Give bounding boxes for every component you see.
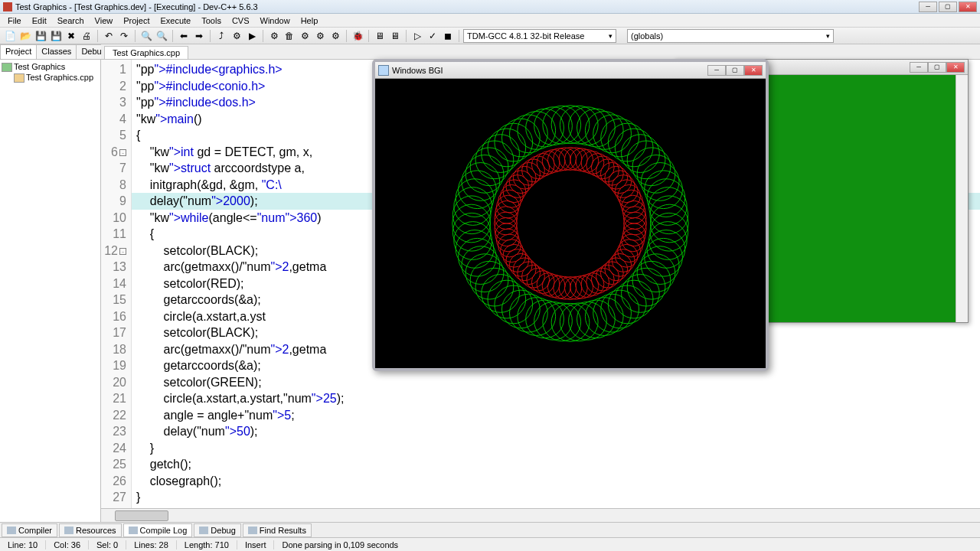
menu-help[interactable]: Help [296, 15, 323, 27]
status-mode: Insert [237, 540, 275, 549]
close-file-icon[interactable]: ✖ [64, 29, 78, 43]
bin-icon[interactable]: 🗑 [283, 29, 296, 43]
console-close-icon[interactable]: ✕ [946, 62, 965, 73]
bookmark-prev-icon[interactable]: ⬅ [177, 29, 191, 43]
stop-icon[interactable]: ◼ [441, 29, 455, 43]
svg-point-21 [526, 300, 564, 338]
menu-execute[interactable]: Execute [155, 15, 195, 27]
svg-point-46 [488, 129, 526, 167]
svg-point-51 [526, 109, 564, 147]
btab-compile-log[interactable]: Compile Log [123, 523, 193, 537]
menu-file[interactable]: File [3, 15, 26, 27]
svg-point-10 [615, 280, 653, 318]
bookmark-next-icon[interactable]: ➡ [192, 29, 206, 43]
status-lines: Lines: 28 [126, 540, 177, 549]
save-all-icon[interactable]: 💾 [49, 29, 63, 43]
status-msg: Done parsing in 0,109 seconds [274, 540, 980, 549]
new-file-icon[interactable]: 📄 [3, 29, 17, 43]
tab-classes[interactable]: Classes [36, 44, 77, 59]
btab-debug[interactable]: Debug [194, 523, 240, 537]
svg-point-8 [627, 268, 665, 306]
editor-hscroll[interactable] [101, 508, 980, 522]
menu-tools[interactable]: Tools [197, 15, 226, 27]
menu-view[interactable]: View [90, 15, 118, 27]
bgi-close-icon[interactable]: ✕ [744, 65, 763, 76]
play-icon[interactable]: ▷ [410, 29, 424, 43]
open-icon[interactable]: 📂 [18, 29, 32, 43]
run-icon[interactable]: ▶ [245, 29, 259, 43]
bgi-title: Windows BGI [392, 66, 707, 75]
status-length: Length: 710 [177, 540, 237, 549]
svg-point-63 [622, 135, 660, 173]
line-gutter: 123456-789101112-13141516171819202122232… [101, 60, 132, 508]
find-icon[interactable]: 🔍 [139, 29, 153, 43]
tree-file[interactable]: Test Graphics.cpp [2, 72, 99, 83]
redo-icon[interactable]: ↷ [117, 29, 131, 43]
bottom-tabs: Compiler Resources Compile Log Debug Fin… [0, 522, 980, 537]
screen1-icon[interactable]: 🖥 [373, 29, 387, 43]
app-icon [3, 2, 12, 11]
tree-root[interactable]: Test Graphics [2, 61, 99, 72]
scope-combo[interactable]: (globals) [627, 29, 834, 43]
project-tree: Test Graphics Test Graphics.cpp [0, 60, 100, 522]
svg-point-39 [456, 179, 494, 217]
editor-tab[interactable]: Test Graphics.cpp [104, 46, 188, 59]
svg-point-69 [647, 179, 685, 217]
undo-icon[interactable]: ↶ [102, 29, 116, 43]
gear3-icon[interactable]: ⚙ [328, 29, 342, 43]
svg-point-3 [647, 230, 685, 269]
console-scroll[interactable] [956, 75, 968, 322]
svg-point-44 [475, 141, 514, 179]
svg-point-33 [456, 230, 494, 269]
bgi-max-icon[interactable]: ▢ [726, 65, 744, 76]
maximize-button[interactable]: ▢ [939, 2, 957, 12]
svg-point-0 [650, 204, 688, 243]
save-icon[interactable]: 💾 [34, 29, 47, 43]
tab-project[interactable]: Project [0, 44, 37, 59]
print-icon[interactable]: 🖨 [80, 29, 93, 43]
bgi-min-icon[interactable]: ─ [707, 65, 726, 76]
bgi-window[interactable]: Windows BGI ─ ▢ ✕ [372, 59, 769, 371]
svg-point-15 [577, 300, 616, 338]
console-max-icon[interactable]: ▢ [928, 62, 946, 73]
btab-compiler[interactable]: Compiler [2, 523, 57, 537]
svg-point-55 [560, 106, 598, 144]
replace-icon[interactable]: 🔍 [155, 29, 168, 43]
svg-point-28 [475, 268, 514, 306]
svg-point-27 [482, 275, 520, 313]
close-button[interactable]: ✕ [959, 2, 977, 12]
svg-point-64 [627, 141, 665, 179]
status-line: Line: 10 [0, 540, 46, 549]
svg-point-62 [615, 129, 653, 167]
status-col: Col: 36 [46, 540, 89, 549]
status-bar: Line: 10 Col: 36 Sel: 0 Lines: 28 Length… [0, 537, 980, 551]
compiler-combo[interactable]: TDM-GCC 4.8.1 32-bit Release [463, 29, 616, 43]
menu-cvs[interactable]: CVS [227, 15, 254, 27]
svg-point-26 [488, 280, 526, 318]
left-panel: Project Classes Debug Test Graphics Test… [0, 44, 101, 522]
gear2-icon[interactable]: ⚙ [313, 29, 327, 43]
screen2-icon[interactable]: 🖥 [388, 29, 402, 43]
svg-point-45 [482, 135, 520, 173]
goto-icon[interactable]: ⤴ [214, 29, 228, 43]
svg-point-18 [551, 303, 590, 341]
bgi-canvas [375, 79, 766, 368]
menu-bar: File Edit Search View Project Execute To… [0, 14, 980, 28]
svg-point-36 [452, 204, 491, 243]
menu-search[interactable]: Search [53, 15, 89, 27]
pause-icon[interactable]: ✓ [426, 29, 439, 43]
svg-point-9 [622, 275, 660, 313]
console-min-icon[interactable]: ─ [910, 62, 928, 73]
menu-edit[interactable]: Edit [28, 15, 51, 27]
gear1-icon[interactable]: ⚙ [298, 29, 312, 43]
svg-point-71 [650, 196, 688, 234]
rebuild-icon[interactable]: ⚙ [267, 29, 281, 43]
menu-project[interactable]: Project [119, 15, 154, 27]
title-bar: Test Graphics - [Test Graphics.dev] - [E… [0, 0, 980, 14]
menu-window[interactable]: Window [256, 15, 295, 27]
minimize-button[interactable]: ─ [919, 2, 937, 12]
btab-find[interactable]: Find Results [243, 523, 312, 537]
debug-icon[interactable]: 🐞 [351, 29, 364, 43]
btab-resources[interactable]: Resources [59, 523, 122, 537]
compile-icon[interactable]: ⚙ [230, 29, 243, 43]
